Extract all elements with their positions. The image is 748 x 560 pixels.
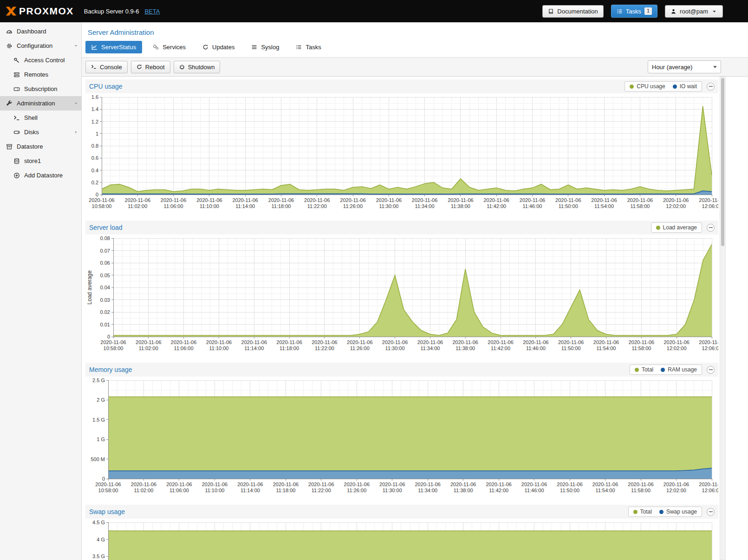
svg-text:11:26:00: 11:26:00 [343, 203, 363, 209]
sidebar-item-add-datastore[interactable]: Add Datastore [0, 168, 81, 182]
svg-text:0.07: 0.07 [100, 248, 110, 254]
svg-text:11:42:00: 11:42:00 [489, 488, 508, 493]
svg-text:2020-11-06: 2020-11-06 [347, 339, 372, 345]
timeframe-select[interactable]: Hour (average) [648, 60, 721, 73]
plus-circle-icon [13, 172, 20, 179]
svg-text:2020-11-06: 2020-11-06 [308, 482, 334, 487]
legend-item-total[interactable]: Total [635, 366, 653, 373]
svg-text:2020-11-06: 2020-11-06 [89, 197, 114, 203]
panel-title: Memory usage [89, 366, 132, 373]
legend-item-swap-usage[interactable]: Swap usage [659, 508, 697, 515]
svg-text:0.05: 0.05 [100, 273, 110, 278]
vertical-scrollbar[interactable] [720, 77, 726, 560]
gear-icon [6, 43, 13, 49]
caret-right-icon[interactable] [73, 130, 78, 135]
toolbar-buttons: ConsoleRebootShutdown [85, 61, 220, 73]
svg-text:11:02:00: 11:02:00 [139, 345, 158, 351]
scrollbar-thumb[interactable] [721, 78, 724, 246]
collapse-panel-button[interactable] [707, 83, 715, 91]
svg-text:2 G: 2 G [97, 397, 105, 403]
tasks-button[interactable]: Tasks 1 [611, 5, 657, 17]
sidebar-item-label: Disks [24, 129, 39, 136]
shutdown-button[interactable]: Shutdown [174, 61, 221, 73]
tab-updates[interactable]: Updates [196, 41, 241, 53]
tab-services[interactable]: Services [147, 41, 192, 53]
legend-item-io-wait[interactable]: IO wait [673, 83, 697, 90]
svg-text:11:50:00: 11:50:00 [561, 345, 581, 351]
chart-swap-usage: 0500 M1 G1.5 G2 G2.5 G3 G3.5 G4 G4.5 G20… [85, 519, 718, 560]
tab-label: Services [163, 44, 186, 51]
svg-text:2020-11-06: 2020-11-06 [382, 339, 408, 345]
chart-memory-usage: 0500 M1 G1.5 G2 G2.5 G2020-11-0610:58:00… [85, 377, 718, 498]
chart-server-load: 00.010.020.030.040.050.060.070.082020-11… [85, 234, 718, 356]
chart-icon [91, 44, 98, 50]
tab-syslog[interactable]: Syslog [245, 41, 285, 53]
panels: CPU usageCPU usageIO wait00.20.40.60.811… [85, 79, 718, 560]
svg-text:11:42:00: 11:42:00 [487, 203, 506, 209]
svg-text:0.08: 0.08 [100, 235, 110, 241]
svg-text:2020-11-06: 2020-11-06 [450, 482, 476, 487]
chart-cpu-usage: 00.20.40.60.811.21.41.62020-11-0610:58:0… [85, 93, 718, 214]
sidebar-item-disks[interactable]: Disks [0, 125, 81, 139]
minus-icon [709, 86, 713, 87]
svg-text:2020-11-06: 2020-11-06 [268, 197, 294, 203]
documentation-button[interactable]: Documentation [542, 5, 603, 18]
svg-text:2020-11-06: 2020-11-06 [136, 339, 161, 345]
svg-text:2020-11-06: 2020-11-06 [663, 197, 689, 203]
sidebar-item-shell[interactable]: Shell [0, 111, 81, 125]
tab-tasks[interactable]: Tasks [290, 41, 327, 53]
sidebar-item-access-control[interactable]: Access Control [0, 53, 81, 67]
minus-icon [709, 227, 713, 228]
sidebar-item-configuration[interactable]: Configuration [0, 39, 81, 53]
svg-text:2020-11-06: 2020-11-06 [95, 482, 121, 487]
svg-text:11:06:00: 11:06:00 [164, 203, 183, 209]
beta-link[interactable]: BETA [144, 8, 160, 15]
user-menu-button[interactable]: root@pam [665, 5, 723, 18]
tab-serverstatus[interactable]: ServerStatus [85, 41, 142, 53]
minus-icon [709, 369, 713, 370]
svg-text:11:02:00: 11:02:00 [134, 488, 153, 493]
caret-down-icon[interactable] [73, 101, 78, 106]
svg-text:0.4: 0.4 [91, 168, 98, 173]
chart-svg-cpu-usage: 00.20.40.60.811.21.41.62020-11-0610:58:0… [85, 93, 718, 214]
legend-item-total[interactable]: Total [633, 508, 652, 515]
collapse-panel-button[interactable] [707, 366, 715, 374]
reboot-button[interactable]: Reboot [131, 61, 170, 73]
legend-item-load-average[interactable]: Load average [656, 224, 697, 231]
svg-text:1.5 G: 1.5 G [92, 417, 105, 423]
svg-text:2020-11-06: 2020-11-06 [202, 482, 228, 487]
collapse-panel-button[interactable] [707, 224, 715, 232]
svg-text:2020-11-06: 2020-11-06 [629, 339, 654, 345]
console-button[interactable]: Console [85, 61, 128, 73]
toolbar-button-label: Reboot [145, 64, 165, 71]
legend-item-cpu-usage[interactable]: CPU usage [630, 83, 665, 90]
collapse-panel-button[interactable] [707, 508, 715, 516]
svg-text:1.4: 1.4 [91, 106, 98, 112]
sidebar-item-label: Subscription [24, 85, 58, 92]
sidebar-item-dashboard[interactable]: Dashboard [0, 24, 81, 39]
svg-text:11:18:00: 11:18:00 [271, 203, 291, 209]
sidebar-item-remotes[interactable]: Remotes [0, 67, 81, 82]
svg-text:0: 0 [107, 334, 110, 339]
caret-down-icon[interactable] [73, 43, 78, 48]
user-label: root@pam [680, 8, 708, 15]
svg-text:2020-11-06: 2020-11-06 [276, 339, 302, 345]
chart-svg-server-load: 00.010.020.030.040.050.060.070.082020-11… [85, 234, 718, 356]
legend-item-ram-usage[interactable]: RAM usage [661, 366, 697, 373]
svg-text:11:46:00: 11:46:00 [526, 345, 546, 351]
legend-label: CPU usage [637, 83, 665, 90]
svg-text:11:58:00: 11:58:00 [630, 203, 650, 209]
svg-text:2020-11-06: 2020-11-06 [241, 339, 267, 345]
tasks-icon [617, 8, 623, 14]
sidebar-item-store1[interactable]: store1 [0, 154, 81, 168]
sidebar-item-administration[interactable]: Administration [0, 96, 81, 111]
sidebar-item-subscription[interactable]: Subscription [0, 82, 81, 96]
sidebar-item-datastore[interactable]: Datastore [0, 139, 81, 154]
svg-text:2020-11-06: 2020-11-06 [125, 197, 150, 203]
legend-dot-icon [635, 368, 639, 372]
sidebar-item-label: Access Control [24, 57, 65, 64]
legend-dot-icon [633, 510, 637, 514]
svg-text:0: 0 [96, 192, 98, 197]
panel-memory-usage: Memory usageTotalRAM usage0500 M1 G1.5 G… [85, 363, 718, 498]
svg-text:11:58:00: 11:58:00 [631, 345, 651, 351]
